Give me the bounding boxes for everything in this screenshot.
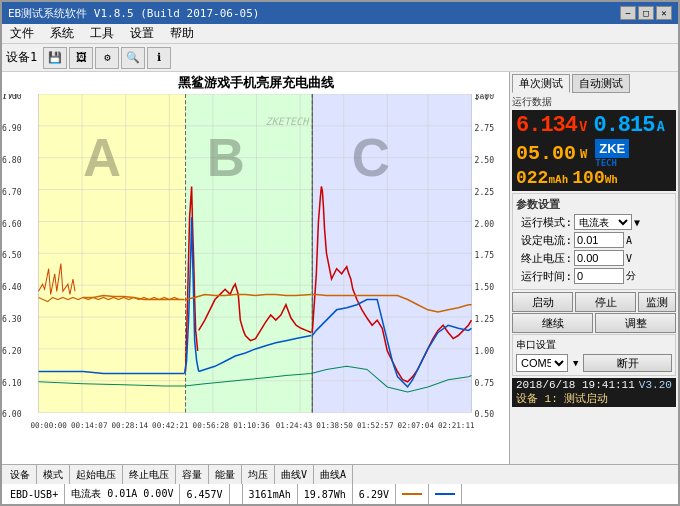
svg-text:00:14:07: 00:14:07 <box>71 421 108 430</box>
current-display: 0.815 <box>593 113 654 138</box>
svg-text:3.00: 3.00 <box>475 94 495 101</box>
display-section: 6.134 V 0.815 A 05.00 W ZKE TECH 022 <box>512 110 676 191</box>
save-button[interactable]: 💾 <box>43 47 67 69</box>
svg-text:01:24:43: 01:24:43 <box>276 421 313 430</box>
chart-title: 黑鲨游戏手机亮屏充电曲线 <box>2 72 509 94</box>
chart-area: 黑鲨游戏手机亮屏充电曲线 <box>2 72 510 464</box>
info-button[interactable]: ℹ <box>147 47 171 69</box>
bottom-capacity-header: 容量 <box>176 465 209 484</box>
svg-text:6.40: 6.40 <box>2 282 22 292</box>
params-section: 参数设置 运行模式: 电流表 ▼ 设定电流: A 终止电压: V <box>512 193 676 290</box>
time-label: 运行时间: <box>516 269 572 284</box>
start-button[interactable]: 启动 <box>512 292 573 312</box>
bottom-mode-header: 模式 <box>37 465 70 484</box>
bottom-capacity-value: 3161mAh <box>243 484 298 504</box>
bottom-device-header: 设备 <box>4 465 37 484</box>
svg-text:02:07:04: 02:07:04 <box>397 421 434 430</box>
bottom-start-v-header: 起始电压 <box>70 465 123 484</box>
com-arrow: ▼ <box>573 358 578 368</box>
mah-row: 022 mAh 100 Wh <box>516 168 672 188</box>
wh-unit: Wh <box>605 173 618 186</box>
control-buttons-row1: 启动 停止 监测 <box>512 292 676 312</box>
svg-text:2.25: 2.25 <box>475 187 495 197</box>
voltage-stop-row: 终止电压: V <box>516 250 672 266</box>
mode-select[interactable]: 电流表 <box>574 214 632 230</box>
svg-text:6.70: 6.70 <box>2 187 22 197</box>
menubar: 文件 系统 工具 设置 帮助 <box>2 24 678 44</box>
bottom-curve-v-header: 曲线V <box>275 465 314 484</box>
svg-text:1.50: 1.50 <box>475 282 495 292</box>
power-row: 05.00 W ZKE TECH <box>516 139 672 168</box>
bottom-start-v-value: 6.457V <box>180 484 229 504</box>
mode-row: 运行模式: 电流表 ▼ <box>516 214 672 230</box>
bottom-end-v-header: 终止电压 <box>123 465 176 484</box>
power-display: 05.00 <box>516 142 576 165</box>
svg-text:6.50: 6.50 <box>2 250 22 260</box>
bottom-bar: 设备 模式 起始电压 终止电压 容量 能量 均压 曲线V 曲线A <box>2 464 678 484</box>
mah-unit: mAh <box>548 173 568 186</box>
svg-text:6.10: 6.10 <box>2 378 22 388</box>
svg-text:0.50: 0.50 <box>475 409 495 419</box>
window-title: EB测试系统软件 V1.8.5 (Build 2017-06-05) <box>8 6 259 21</box>
monitor-button[interactable]: 监测 <box>638 292 676 312</box>
svg-text:1.00: 1.00 <box>475 346 495 356</box>
svg-text:6.20: 6.20 <box>2 346 22 356</box>
com-section: 串口设置 COM5 ▼ 断开 <box>512 334 676 376</box>
bottom-curve-a-header: 曲线A <box>314 465 353 484</box>
titlebar: EB测试系统软件 V1.8.5 (Build 2017-06-05) − □ ✕ <box>2 2 678 24</box>
run-data-label: 运行数据 <box>512 95 676 109</box>
svg-text:00:42:21: 00:42:21 <box>152 421 189 430</box>
time-input[interactable] <box>574 268 624 284</box>
com-label: 串口设置 <box>516 338 672 352</box>
bottom-energy-value: 19.87Wh <box>298 484 353 504</box>
menu-system[interactable]: 系统 <box>46 24 78 43</box>
svg-text:00:28:14: 00:28:14 <box>112 421 149 430</box>
voltage-display: 6.134 <box>516 113 577 138</box>
close-button[interactable]: ✕ <box>656 6 672 20</box>
zke-sub: TECH <box>595 158 629 168</box>
continue-button[interactable]: 继续 <box>512 313 593 333</box>
status-row2: 设备 1: 测试启动 <box>516 391 672 406</box>
current-input[interactable] <box>574 232 624 248</box>
menu-help[interactable]: 帮助 <box>166 24 198 43</box>
status-row1: 2018/6/18 19:41:11 V3.20 <box>516 379 672 391</box>
svg-text:6.60: 6.60 <box>2 219 22 229</box>
svg-text:C: C <box>352 128 390 187</box>
mode-label: 运行模式: <box>516 215 572 230</box>
settings-button[interactable]: ⚙ <box>95 47 119 69</box>
voltage-current-row: 6.134 V 0.815 A <box>516 113 672 138</box>
voltage-stop-input[interactable] <box>574 250 624 266</box>
voltage-stop-unit: V <box>626 253 642 264</box>
menu-settings[interactable]: 设置 <box>126 24 158 43</box>
time-row: 运行时间: 分 <box>516 268 672 284</box>
tab-single-test[interactable]: 单次测试 <box>512 74 570 93</box>
svg-text:00:00:00: 00:00:00 <box>30 421 67 430</box>
panel-tabs: 单次测试 自动测试 <box>512 74 676 93</box>
com-port-select[interactable]: COM5 <box>516 354 568 372</box>
disconnect-button[interactable]: 断开 <box>583 354 672 372</box>
stop-button[interactable]: 停止 <box>575 292 636 312</box>
device-label: 设备1 <box>6 49 37 66</box>
svg-text:6.90: 6.90 <box>2 123 22 133</box>
mah-display: 022 <box>516 168 548 188</box>
status-section: 2018/6/18 19:41:11 V3.20 设备 1: 测试启动 <box>512 378 676 407</box>
svg-text:01:38:50: 01:38:50 <box>316 421 353 430</box>
svg-text:6.00: 6.00 <box>2 409 22 419</box>
right-panel: 单次测试 自动测试 运行数据 6.134 V 0.815 A 05.00 W <box>510 72 678 464</box>
menu-file[interactable]: 文件 <box>6 24 38 43</box>
status-version: V3.20 <box>639 379 672 391</box>
bottom-avg-v-value: 6.29V <box>353 484 396 504</box>
tab-auto-test[interactable]: 自动测试 <box>572 74 630 93</box>
power-unit: W <box>580 147 587 161</box>
svg-text:B: B <box>207 128 245 187</box>
search-button[interactable]: 🔍 <box>121 47 145 69</box>
svg-text:ZKETECH: ZKETECH <box>266 116 310 127</box>
screenshot-button[interactable]: 🖼 <box>69 47 93 69</box>
bottom-device-value: EBD-USB+ <box>4 484 65 504</box>
maximize-button[interactable]: □ <box>638 6 654 20</box>
minimize-button[interactable]: − <box>620 6 636 20</box>
menu-tools[interactable]: 工具 <box>86 24 118 43</box>
adjust-button[interactable]: 调整 <box>595 313 676 333</box>
svg-text:0.75: 0.75 <box>475 378 495 388</box>
com-row: COM5 ▼ 断开 <box>516 354 672 372</box>
